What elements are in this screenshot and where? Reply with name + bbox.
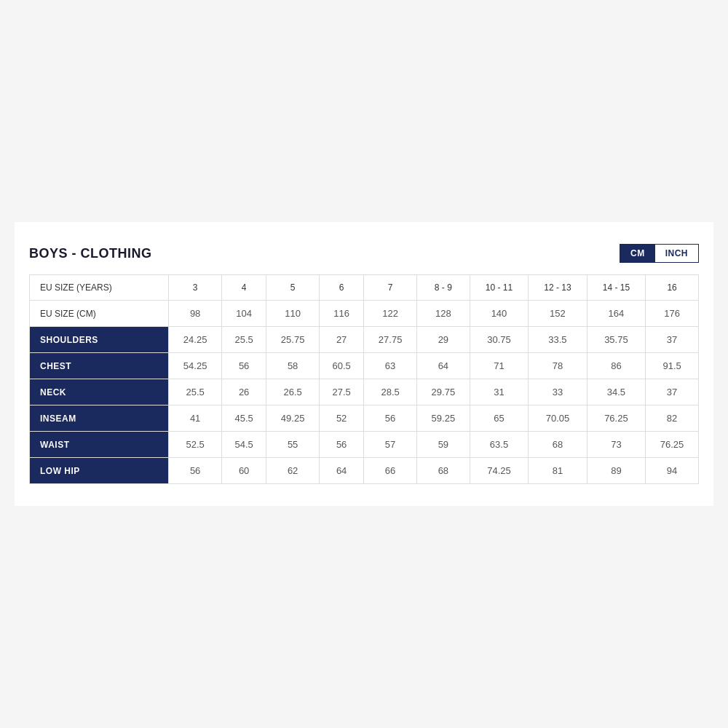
- cell-3-2: 49.25: [266, 405, 320, 432]
- cm-128: 128: [416, 301, 470, 327]
- cell-0-2: 25.75: [266, 327, 320, 353]
- cell-2-2: 26.5: [266, 379, 320, 405]
- cell-5-3: 64: [320, 458, 364, 484]
- cell-3-6: 65: [470, 405, 528, 432]
- col-6: 6: [320, 275, 364, 301]
- cell-1-9: 91.5: [646, 353, 699, 379]
- col-10-11: 10 - 11: [470, 275, 528, 301]
- col-5: 5: [266, 275, 320, 301]
- cell-4-0: 52.5: [169, 432, 222, 458]
- cell-2-7: 33: [529, 379, 587, 405]
- cell-4-4: 57: [364, 432, 417, 458]
- table-row: SHOULDERS24.2525.525.752727.752930.7533.…: [30, 327, 699, 353]
- cell-1-2: 58: [266, 353, 320, 379]
- cell-4-1: 54.5: [222, 432, 266, 458]
- cell-3-1: 45.5: [222, 405, 266, 432]
- col-8-9: 8 - 9: [416, 275, 470, 301]
- cell-3-4: 56: [364, 405, 417, 432]
- cell-0-0: 24.25: [169, 327, 222, 353]
- cell-1-4: 63: [364, 353, 417, 379]
- cm-140: 140: [470, 301, 528, 327]
- cell-2-3: 27.5: [320, 379, 364, 405]
- col-3: 3: [169, 275, 222, 301]
- col-7: 7: [364, 275, 417, 301]
- eu-size-years-label: EU SIZE (YEARS): [30, 275, 169, 301]
- cell-0-1: 25.5: [222, 327, 266, 353]
- row-label-shoulders: SHOULDERS: [30, 327, 169, 353]
- cm-104: 104: [222, 301, 266, 327]
- col-16: 16: [646, 275, 699, 301]
- cm-110: 110: [266, 301, 320, 327]
- cell-0-7: 33.5: [529, 327, 587, 353]
- cell-4-2: 55: [266, 432, 320, 458]
- cell-2-8: 34.5: [587, 379, 645, 405]
- table-body: SHOULDERS24.2525.525.752727.752930.7533.…: [30, 327, 699, 484]
- unit-toggle[interactable]: CM INCH: [620, 244, 699, 263]
- row-label-neck: NECK: [30, 379, 169, 405]
- cell-0-3: 27: [320, 327, 364, 353]
- cm-176: 176: [646, 301, 699, 327]
- table-row: CHEST54.25565860.5636471788691.5: [30, 353, 699, 379]
- table-row: LOW HIP56606264666874.25818994: [30, 458, 699, 484]
- cell-3-0: 41: [169, 405, 222, 432]
- cell-4-6: 63.5: [470, 432, 528, 458]
- cell-5-6: 74.25: [470, 458, 528, 484]
- cm-98: 98: [169, 301, 222, 327]
- cell-1-0: 54.25: [169, 353, 222, 379]
- cell-5-1: 60: [222, 458, 266, 484]
- cm-116: 116: [320, 301, 364, 327]
- cell-1-6: 71: [470, 353, 528, 379]
- cell-4-3: 56: [320, 432, 364, 458]
- row-label-low-hip: LOW HIP: [30, 458, 169, 484]
- cell-3-7: 70.05: [529, 405, 587, 432]
- cell-4-8: 73: [587, 432, 645, 458]
- cell-2-4: 28.5: [364, 379, 417, 405]
- row-label-chest: CHEST: [30, 353, 169, 379]
- cell-2-0: 25.5: [169, 379, 222, 405]
- cm-button[interactable]: CM: [620, 245, 655, 262]
- cell-5-9: 94: [646, 458, 699, 484]
- cell-0-4: 27.75: [364, 327, 417, 353]
- cell-4-9: 76.25: [646, 432, 699, 458]
- cell-1-8: 86: [587, 353, 645, 379]
- cell-0-6: 30.75: [470, 327, 528, 353]
- table-row: INSEAM4145.549.25525659.256570.0576.2582: [30, 405, 699, 432]
- main-container: BOYS - CLOTHING CM INCH EU SIZE (YEARS) …: [15, 222, 713, 506]
- cell-0-5: 29: [416, 327, 470, 353]
- cell-3-5: 59.25: [416, 405, 470, 432]
- cell-5-7: 81: [529, 458, 587, 484]
- cell-1-7: 78: [529, 353, 587, 379]
- cell-0-9: 37: [646, 327, 699, 353]
- cm-122: 122: [364, 301, 417, 327]
- inch-button[interactable]: INCH: [655, 245, 698, 262]
- row-label-waist: WAIST: [30, 432, 169, 458]
- col-12-13: 12 - 13: [529, 275, 587, 301]
- cell-5-5: 68: [416, 458, 470, 484]
- cell-3-9: 82: [646, 405, 699, 432]
- page-title: BOYS - CLOTHING: [29, 246, 152, 261]
- eu-size-years-row: EU SIZE (YEARS) 3 4 5 6 7 8 - 9 10 - 11 …: [30, 275, 699, 301]
- cell-4-7: 68: [529, 432, 587, 458]
- cell-0-8: 35.75: [587, 327, 645, 353]
- cell-3-3: 52: [320, 405, 364, 432]
- cell-4-5: 59: [416, 432, 470, 458]
- cell-2-1: 26: [222, 379, 266, 405]
- cell-5-0: 56: [169, 458, 222, 484]
- cell-2-6: 31: [470, 379, 528, 405]
- size-chart-table: EU SIZE (YEARS) 3 4 5 6 7 8 - 9 10 - 11 …: [29, 274, 699, 484]
- cell-2-5: 29.75: [416, 379, 470, 405]
- col-4: 4: [222, 275, 266, 301]
- cell-1-1: 56: [222, 353, 266, 379]
- table-row: NECK25.52626.527.528.529.75313334.537: [30, 379, 699, 405]
- cm-152: 152: [529, 301, 587, 327]
- cell-5-8: 89: [587, 458, 645, 484]
- col-14-15: 14 - 15: [587, 275, 645, 301]
- eu-size-cm-label: EU SIZE (CM): [30, 301, 169, 327]
- cell-1-5: 64: [416, 353, 470, 379]
- cell-1-3: 60.5: [320, 353, 364, 379]
- cm-164: 164: [587, 301, 645, 327]
- cell-5-4: 66: [364, 458, 417, 484]
- table-row: WAIST52.554.55556575963.5687376.25: [30, 432, 699, 458]
- cell-5-2: 62: [266, 458, 320, 484]
- header-section: BOYS - CLOTHING CM INCH: [29, 244, 699, 263]
